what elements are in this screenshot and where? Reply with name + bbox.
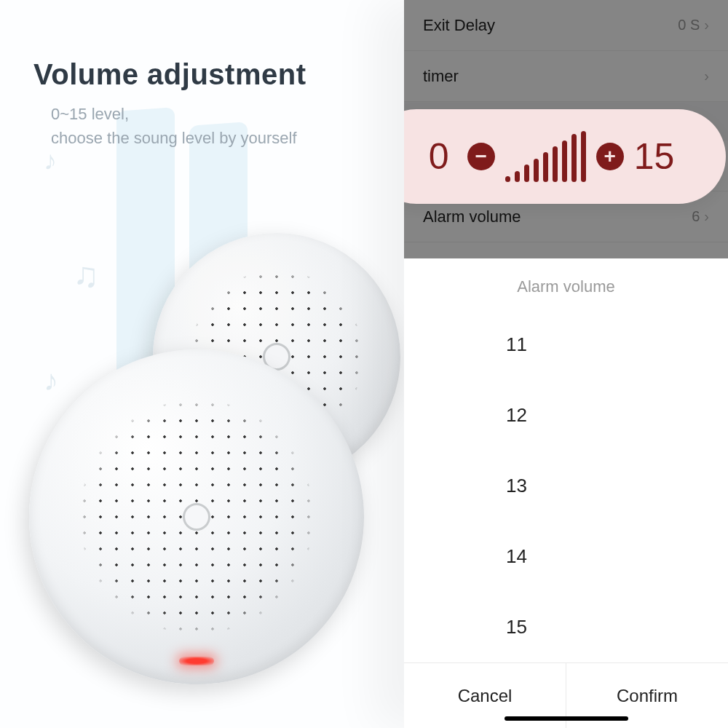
volume-increase-button[interactable]: + xyxy=(596,143,624,170)
volume-min-label: 0 xyxy=(421,135,457,178)
volume-max-label: 15 xyxy=(634,135,675,178)
volume-bars-icon xyxy=(505,131,586,182)
hero-title: Volume adjustment xyxy=(33,58,306,91)
picker-option[interactable]: 15 xyxy=(404,592,728,662)
home-indicator[interactable] xyxy=(505,716,628,721)
hero-subtitle: 0~15 level, choose the soung level by yo… xyxy=(51,102,297,150)
music-note-icon: ♪ xyxy=(44,364,58,397)
device-speaker-front xyxy=(29,349,364,684)
hero-subtitle-line: 0~15 level, xyxy=(51,102,297,126)
hero-subtitle-line: choose the soung level by yourself xyxy=(51,126,297,150)
device-led-indicator xyxy=(179,657,214,665)
volume-decrease-button[interactable]: − xyxy=(467,143,495,170)
picker-option[interactable]: 13 xyxy=(404,451,728,521)
picker-title: Alarm volume xyxy=(404,258,728,309)
volume-picker-sheet: Alarm volume 11 12 13 14 15 Cancel Confi… xyxy=(404,258,728,728)
device-logo-icon xyxy=(183,503,210,531)
music-note-icon: ♫ xyxy=(73,255,99,295)
picker-option[interactable]: 14 xyxy=(404,521,728,592)
music-note-icon: ♪ xyxy=(44,146,57,176)
picker-option[interactable]: 12 xyxy=(404,380,728,451)
picker-option[interactable]: 11 xyxy=(404,309,728,380)
picker-list[interactable]: 11 12 13 14 15 xyxy=(404,309,728,662)
phone-screenshot: Exit Delay 0 S › timer › Alarm Alar › Al… xyxy=(404,0,728,728)
volume-level-bubble: 0 − + 15 xyxy=(404,109,726,204)
